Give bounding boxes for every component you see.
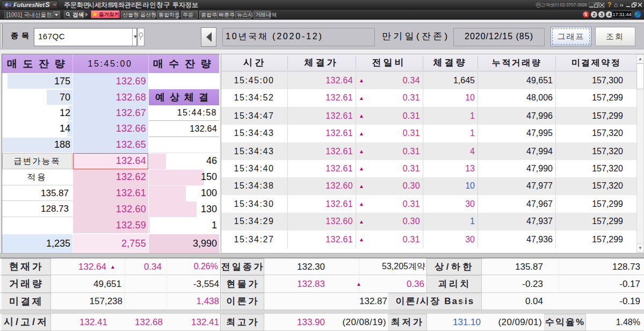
svg-text:F: F [5,3,8,7]
